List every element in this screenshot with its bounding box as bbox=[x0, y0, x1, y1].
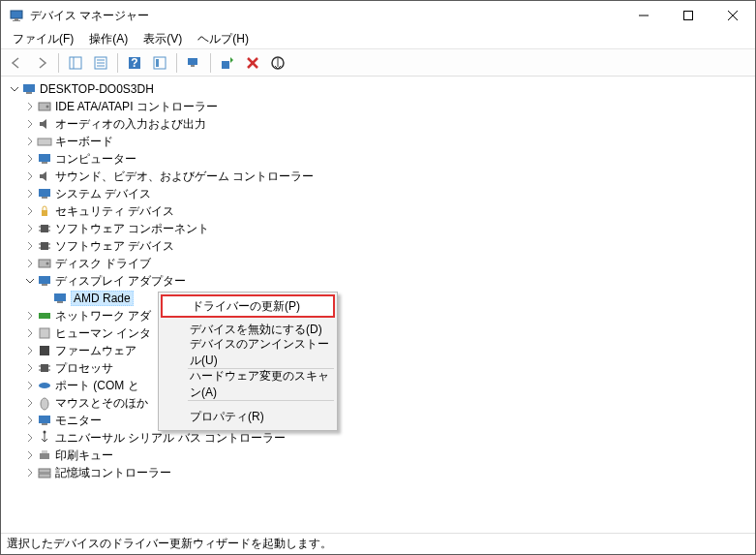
svg-rect-4 bbox=[684, 12, 693, 20]
chevron-right-icon[interactable] bbox=[22, 239, 37, 254]
back-button[interactable] bbox=[5, 51, 28, 75]
ctx-update-driver[interactable]: ドライバーの更新(P) bbox=[161, 294, 335, 318]
tree-item-label: キーボード bbox=[55, 134, 113, 150]
ctx-uninstall-device[interactable]: デバイスのアンインストール(U) bbox=[161, 341, 335, 364]
svg-point-58 bbox=[39, 383, 50, 388]
gpu-icon bbox=[52, 291, 68, 306]
svg-point-45 bbox=[46, 262, 49, 265]
tree-item[interactable]: ファームウェア bbox=[3, 342, 753, 359]
svg-rect-60 bbox=[39, 416, 50, 423]
tree-root[interactable]: DESKTOP-DO0S3DH bbox=[3, 80, 753, 98]
tree-item[interactable]: セキュリティ デバイス bbox=[3, 202, 753, 220]
uninstall-button[interactable] bbox=[241, 51, 264, 75]
chevron-down-icon[interactable] bbox=[7, 82, 21, 97]
close-button[interactable] bbox=[711, 1, 755, 30]
chevron-right-icon[interactable] bbox=[22, 379, 37, 393]
tree-item-label: ポート (COM と bbox=[55, 378, 139, 394]
tree-item[interactable]: サウンド、ビデオ、およびゲーム コントローラー bbox=[3, 168, 753, 185]
chevron-right-icon[interactable] bbox=[22, 100, 37, 114]
toolbar-sep bbox=[58, 53, 59, 73]
chevron-right-icon[interactable] bbox=[22, 431, 37, 446]
disable-button[interactable] bbox=[266, 51, 289, 75]
device-category-icon bbox=[37, 447, 52, 463]
chevron-right-icon[interactable] bbox=[22, 326, 37, 341]
menu-file[interactable]: ファイル(F) bbox=[7, 30, 79, 48]
device-category-icon bbox=[37, 99, 52, 114]
ctx-label: デバイスのアンインストール(U) bbox=[190, 336, 335, 369]
tree-item-label: ファームウェア bbox=[55, 343, 136, 359]
tree-item[interactable]: ポート (COM と bbox=[3, 377, 753, 394]
chevron-right-icon[interactable] bbox=[22, 466, 37, 480]
chevron-right-icon[interactable] bbox=[22, 344, 37, 358]
device-category-icon bbox=[37, 256, 52, 271]
chevron-right-icon[interactable] bbox=[22, 309, 37, 324]
device-tree[interactable]: DESKTOP-DO0S3DH IDE ATA/ATAPI コントローラーオーデ… bbox=[1, 77, 755, 533]
tree-item[interactable]: ネットワーク アダ bbox=[3, 307, 753, 324]
chevron-right-icon[interactable] bbox=[22, 135, 37, 149]
chevron-right-icon[interactable] bbox=[22, 448, 37, 463]
tree-item[interactable]: ソフトウェア デバイス bbox=[3, 237, 753, 255]
forward-button[interactable] bbox=[30, 51, 53, 75]
ctx-scan-hardware[interactable]: ハードウェア変更のスキャン(A) bbox=[161, 373, 335, 396]
update-driver-button[interactable] bbox=[216, 51, 239, 75]
svg-rect-17 bbox=[188, 58, 197, 65]
toolbar: ? bbox=[1, 49, 755, 77]
tree-item[interactable]: 記憶域コントローラー bbox=[3, 464, 753, 481]
tree-item-label: ネットワーク アダ bbox=[55, 308, 151, 324]
device-category-icon bbox=[37, 430, 52, 446]
menu-view[interactable]: 表示(V) bbox=[137, 30, 188, 48]
tree-item[interactable]: オーディオの入力および出力 bbox=[3, 115, 753, 133]
tree-item[interactable]: IDE ATA/ATAPI コントローラー bbox=[3, 98, 753, 115]
tree-item[interactable]: ヒューマン インタ bbox=[3, 324, 753, 342]
device-category-icon bbox=[37, 465, 52, 480]
svg-rect-24 bbox=[23, 84, 35, 92]
tree-item[interactable]: ディスク ドライブ bbox=[3, 255, 753, 272]
device-category-icon bbox=[37, 134, 52, 149]
chevron-right-icon[interactable] bbox=[22, 204, 37, 219]
tree-item-display-adapter[interactable]: ディスプレイ アダプター bbox=[3, 272, 753, 290]
menu-help[interactable]: ヘルプ(H) bbox=[192, 30, 255, 48]
chevron-right-icon[interactable] bbox=[22, 361, 37, 376]
chevron-right-icon[interactable] bbox=[22, 187, 37, 201]
svg-rect-18 bbox=[191, 65, 195, 67]
tree-item[interactable]: モニター bbox=[3, 412, 753, 429]
ctx-label: プロパティ(R) bbox=[190, 409, 264, 425]
svg-point-27 bbox=[46, 106, 49, 108]
display-adapter-icon bbox=[37, 273, 52, 289]
chevron-right-icon[interactable] bbox=[22, 257, 37, 271]
tree-item[interactable]: マウスとそのほか bbox=[3, 394, 753, 412]
chevron-right-icon[interactable] bbox=[22, 222, 37, 236]
chevron-right-icon[interactable] bbox=[22, 414, 37, 428]
tree-item-label: 印刷キュー bbox=[55, 447, 113, 464]
tree-item[interactable]: ユニバーサル シリアル バス コントローラー bbox=[3, 429, 753, 447]
tree-item-selected-device[interactable]: AMD Rade bbox=[3, 290, 753, 307]
action-center-button[interactable] bbox=[148, 51, 171, 75]
device-category-icon bbox=[37, 151, 52, 167]
maximize-button[interactable] bbox=[666, 1, 711, 30]
tree-item[interactable]: システム デバイス bbox=[3, 185, 753, 202]
tree-item[interactable]: プロセッサ bbox=[3, 359, 753, 377]
chevron-right-icon[interactable] bbox=[22, 396, 37, 411]
tree-item[interactable]: 印刷キュー bbox=[3, 447, 753, 464]
device-category-icon bbox=[37, 325, 52, 341]
tree-item[interactable]: キーボード bbox=[3, 133, 753, 150]
tree-item[interactable]: コンピューター bbox=[3, 150, 753, 168]
svg-rect-31 bbox=[39, 189, 50, 197]
ctx-properties[interactable]: プロパティ(R) bbox=[161, 405, 335, 428]
window-title: デバイス マネージャー bbox=[30, 8, 621, 24]
chevron-down-icon[interactable] bbox=[22, 274, 37, 289]
scan-hardware-button[interactable] bbox=[182, 51, 205, 75]
svg-rect-19 bbox=[222, 61, 229, 69]
chevron-right-icon[interactable] bbox=[22, 117, 37, 132]
show-hide-tree-button[interactable] bbox=[64, 51, 87, 75]
properties-button[interactable] bbox=[89, 51, 112, 75]
menu-action[interactable]: 操作(A) bbox=[83, 30, 134, 48]
tree-item-label: ソフトウェア デバイス bbox=[55, 238, 174, 255]
chevron-right-icon[interactable] bbox=[22, 170, 37, 184]
help-button[interactable]: ? bbox=[123, 51, 146, 75]
tree-item[interactable]: ソフトウェア コンポーネント bbox=[3, 220, 753, 237]
tree-item-label: コンピューター bbox=[55, 151, 136, 168]
minimize-button[interactable] bbox=[621, 1, 666, 30]
chevron-right-icon[interactable] bbox=[22, 152, 37, 167]
toolbar-sep bbox=[117, 53, 118, 73]
